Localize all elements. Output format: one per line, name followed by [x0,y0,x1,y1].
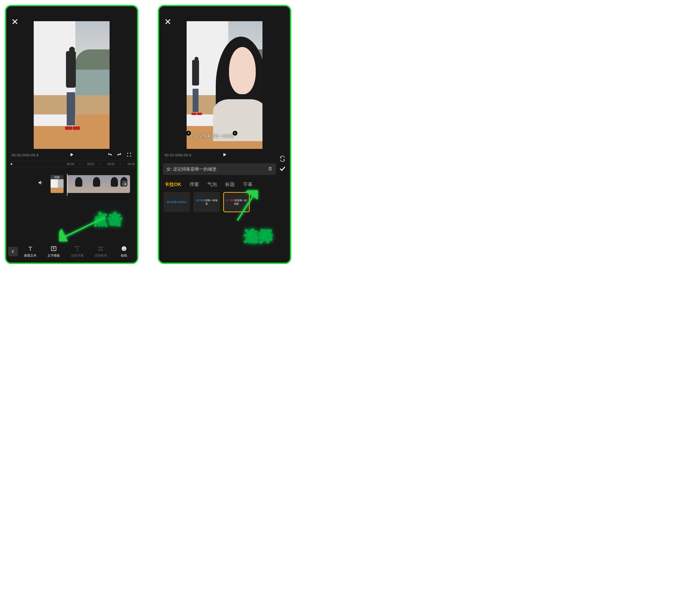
annotation-label: 选择 [244,227,273,246]
svg-point-3 [124,248,125,248]
audio-toggle[interactable] [38,180,43,187]
recognize-lyrics-button[interactable]: 识别歌词 [90,245,112,258]
playhead[interactable] [67,174,67,196]
text-template-button[interactable]: 文字模板 [43,245,64,258]
phone-screen-1: 00:00.0/00:09.9 00:00 00:01 00:02 00:03 … [5,5,138,264]
svg-point-2 [123,248,124,248]
caption-text: 女: 还记得家是唯一的城堡 [190,134,234,138]
caption-overlay[interactable]: ✕ ✎ 女: 还记得家是唯一的城堡 [190,134,260,139]
tab-popup[interactable]: 弹窗 [190,181,199,188]
timeline-start-marker [9,162,13,166]
caption-input[interactable]: 女: 还记得家是唯一的城堡 [163,163,276,175]
delete-caption-button[interactable] [268,166,273,172]
tab-karaoke[interactable]: 卡拉OK [164,181,181,188]
play-button[interactable] [222,152,227,158]
video-preview[interactable] [34,21,110,149]
play-button[interactable] [70,152,74,158]
new-text-button[interactable]: 新建文本 [19,245,41,258]
recognize-subtitle-button[interactable]: 识别字幕 [66,245,88,258]
undo-button[interactable] [107,152,113,158]
time-display: 00:00.0/00:09.9 [12,153,39,157]
tab-subtitle[interactable]: 字幕 [243,181,253,188]
style-tabs: 卡拉OK 弹窗 气泡 标题 字幕 [159,177,290,190]
time-display: 00:02.6/00:09.9 [164,153,192,157]
style-option-1[interactable]: 蓝色标题 你你你你 [163,192,190,212]
cover-thumbnail[interactable]: 封面 [51,175,63,193]
tick-label: 00:03 [127,162,135,166]
style-option-3-selected[interactable]: 女: 还得家是唯一的城堡 [223,192,250,212]
bottom-toolbar: 新建文本 文字模板 识别字幕 识别歌词 贴纸 [6,240,137,263]
svg-point-1 [122,246,127,251]
video-preview[interactable]: ✕ ✎ 女: 还记得家是唯一的城堡 [186,21,262,149]
tick-label: 00:01 [87,162,94,166]
tick-label: 00:02 [107,162,115,166]
caption-edit-icon[interactable]: ✎ [233,131,237,136]
caption-input-value: 女: 还记得家是唯一的城堡 [166,166,216,172]
clip-strip[interactable]: ⚡1.0x ＋ [67,175,130,193]
playbar: 00:00.0/00:09.9 [6,149,137,161]
cover-label: 封面 [51,175,63,179]
phone-screen-2: ✕ ✎ 女: 还记得家是唯一的城堡 00:02.6/00:09.9 女: 还记得… [158,5,291,264]
sticker-button[interactable]: 贴纸 [113,245,135,258]
style-option-2[interactable]: 还记得家是唯一的城堡 [193,192,220,212]
tab-title[interactable]: 标题 [225,181,235,188]
playbar: 00:02.6/00:09.9 [159,149,290,161]
fullscreen-button[interactable] [126,152,132,158]
add-clip-button[interactable]: ＋ [122,181,128,188]
back-button[interactable] [8,247,18,256]
confirm-button[interactable] [279,165,286,173]
tab-bubble[interactable]: 气泡 [207,181,217,188]
redo-button[interactable] [117,152,122,158]
tick-label: 00:00 [67,162,74,166]
